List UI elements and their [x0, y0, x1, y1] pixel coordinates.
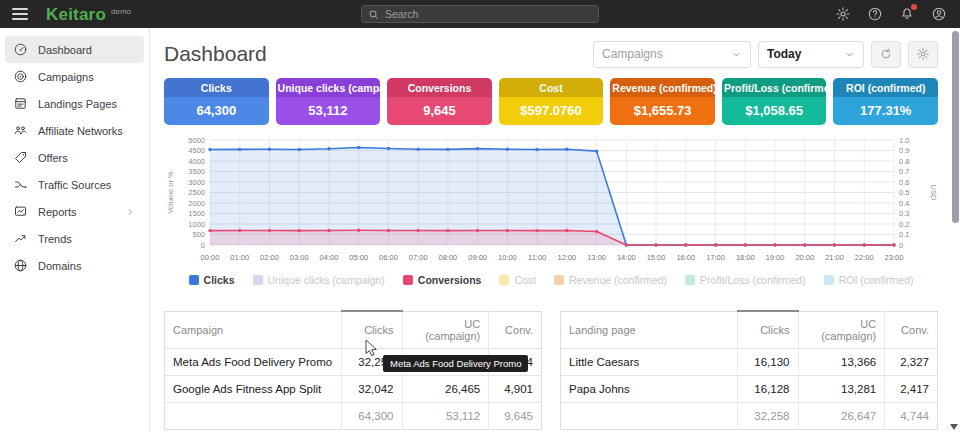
sidebar-item-label: Trends: [38, 233, 72, 245]
scroll-down-arrow-icon[interactable]: [950, 424, 958, 430]
search-input[interactable]: [385, 8, 592, 20]
row-value-cell: 16,128: [738, 375, 798, 402]
people-icon: [13, 123, 28, 138]
chart-legend: ClicksUnique clicks (campaign)Conversion…: [164, 274, 938, 286]
legend-item-revenue-confirmed[interactable]: Revenue (confirmed): [554, 274, 667, 286]
table-row[interactable]: Google Ads Fitness App Split32,04226,465…: [165, 375, 542, 402]
account-button[interactable]: [930, 5, 948, 23]
svg-text:02:00: 02:00: [260, 253, 279, 262]
chevron-right-icon: [124, 206, 136, 218]
notifications-button[interactable]: [898, 5, 916, 23]
metric-card-roi-confirmed: ROI (confirmed)177.31%: [833, 78, 938, 125]
table-row[interactable]: Little Caesars16,13013,3662,327: [561, 348, 938, 375]
people-icon: [13, 123, 28, 138]
metric-card-unique-clicks-campaign: Unique clicks (campaign)53,112: [276, 78, 381, 125]
svg-text:0.6: 0.6: [899, 178, 909, 187]
column-header-landing-page[interactable]: Landing page: [561, 311, 738, 348]
header-controls: Campaigns Today: [593, 41, 938, 68]
svg-text:04:00: 04:00: [320, 253, 339, 262]
report-icon: [13, 204, 28, 219]
sidebar-item-domains[interactable]: Domains: [5, 252, 144, 279]
svg-text:0: 0: [201, 241, 205, 250]
sidebar-item-offers[interactable]: Offers: [5, 144, 144, 171]
sidebar-item-landings-pages[interactable]: Landings Pages: [5, 90, 144, 117]
svg-text:4000: 4000: [188, 157, 205, 166]
metric-card-clicks: Clicks64,300: [164, 78, 269, 125]
sidebar-item-dashboard[interactable]: Dashboard: [5, 36, 144, 63]
refresh-button[interactable]: [871, 41, 901, 68]
column-header-conv[interactable]: Conv.: [885, 311, 938, 348]
date-range-select[interactable]: Today: [758, 41, 864, 68]
dashboard-settings-button[interactable]: [908, 41, 938, 68]
metric-cards: Clicks64,300Unique clicks (campaign)53,1…: [164, 78, 938, 125]
legend-label: ROI (confirmed): [839, 274, 914, 286]
settings-button[interactable]: [834, 5, 852, 23]
sidebar-item-campaigns[interactable]: Campaigns: [5, 63, 144, 90]
sidebar-item-label: Landings Pages: [38, 98, 117, 110]
metric-card-label: Unique clicks (campaign): [276, 78, 381, 97]
svg-text:500: 500: [192, 230, 205, 239]
column-header-conv[interactable]: Conv.: [489, 311, 542, 348]
column-header-uc-campaign[interactable]: UC (campaign): [402, 311, 489, 348]
app-logo: Keitaro: [46, 6, 106, 23]
legend-item-unique-clicks-campaign[interactable]: Unique clicks (campaign): [253, 274, 385, 286]
total-cell: [165, 402, 342, 429]
campaigns-filter-select[interactable]: Campaigns: [593, 41, 751, 68]
row-value-cell: 2,417: [885, 375, 938, 402]
svg-text:1500: 1500: [188, 209, 205, 218]
metric-card-label: Conversions: [387, 78, 492, 97]
svg-text:10:00: 10:00: [498, 253, 517, 262]
legend-label: Clicks: [204, 274, 235, 286]
svg-text:11:00: 11:00: [528, 253, 546, 262]
svg-text:0.8: 0.8: [899, 157, 909, 166]
sidebar-item-affiliate-networks[interactable]: Affiliate Networks: [5, 117, 144, 144]
row-value-cell: 13,281: [798, 375, 885, 402]
row-name-cell: Little Caesars: [561, 348, 738, 375]
split-icon: [13, 177, 28, 192]
svg-text:03:00: 03:00: [290, 253, 309, 262]
trend-icon: [13, 231, 28, 246]
svg-text:3500: 3500: [188, 167, 205, 176]
svg-text:05:00: 05:00: [349, 253, 368, 262]
scrollbar-thumb[interactable]: [952, 31, 959, 223]
chevron-down-icon: [836, 49, 855, 60]
legend-swatch: [824, 275, 834, 285]
svg-text:17:00: 17:00: [706, 253, 725, 262]
menu-icon[interactable]: [12, 8, 28, 20]
sidebar-item-reports[interactable]: Reports: [5, 198, 144, 225]
landing-pages-summary-table: Landing pageClicksUC (campaign)Conv.Litt…: [560, 310, 938, 430]
sidebar-item-label: Affiliate Networks: [38, 125, 123, 137]
legend-item-conversions[interactable]: Conversions: [403, 274, 482, 286]
column-header-clicks[interactable]: Clicks: [342, 311, 402, 348]
row-value-cell: 13,366: [798, 348, 885, 375]
metric-card-revenue-confirmed: Revenue (confirmed)$1,655.73: [610, 78, 715, 125]
svg-text:23:00: 23:00: [885, 253, 904, 262]
row-name-cell: Meta Ads Food Delivery Promo: [165, 348, 342, 375]
column-header-clicks[interactable]: Clicks: [738, 311, 798, 348]
sidebar-item-traffic-sources[interactable]: Traffic Sources: [5, 171, 144, 198]
legend-swatch: [189, 275, 199, 285]
svg-text:09:00: 09:00: [468, 253, 487, 262]
legend-item-cost[interactable]: Cost: [499, 274, 536, 286]
legend-label: Unique clicks (campaign): [268, 274, 385, 286]
account-icon: [931, 6, 947, 22]
svg-text:2000: 2000: [188, 199, 205, 208]
metric-card-label: ROI (confirmed): [833, 78, 938, 97]
svg-text:22:00: 22:00: [855, 253, 874, 262]
search-box[interactable]: [361, 5, 599, 23]
summary-tables: CampaignClicksUC (campaign)Conv.Meta Ads…: [164, 310, 938, 430]
column-header-campaign[interactable]: Campaign: [165, 311, 342, 348]
legend-item-profit-loss-confirmed[interactable]: Profit/Loss (confirmed): [685, 274, 806, 286]
legend-item-clicks[interactable]: Clicks: [189, 274, 235, 286]
column-header-uc-campaign[interactable]: UC (campaign): [798, 311, 885, 348]
gauge-icon: [13, 42, 28, 57]
svg-text:18:00: 18:00: [736, 253, 755, 262]
total-cell: 4,744: [885, 402, 938, 429]
campaigns-filter-value: Campaigns: [602, 47, 663, 61]
table-row[interactable]: Papa Johns16,12813,2812,417: [561, 375, 938, 402]
metric-card-value: $597.0760: [499, 97, 604, 125]
page-header: Dashboard Campaigns Today: [164, 38, 938, 70]
help-button[interactable]: [866, 5, 884, 23]
sidebar-item-trends[interactable]: Trends: [5, 225, 144, 252]
legend-item-roi-confirmed[interactable]: ROI (confirmed): [824, 274, 914, 286]
